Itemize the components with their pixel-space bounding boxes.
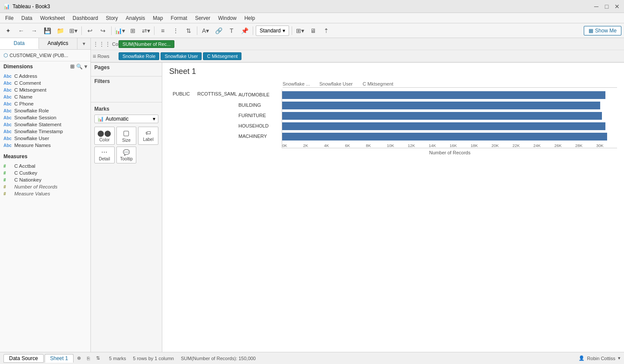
add-datasource-icon[interactable]: 📁 <box>55 25 66 36</box>
field-c-custkey[interactable]: # C Custkey <box>0 169 90 176</box>
sort-icon[interactable]: ⇅ <box>183 25 194 36</box>
field-type-icon: # <box>3 164 12 169</box>
add-sheet-icon[interactable]: ⊕ <box>74 354 83 363</box>
field-number-of-records[interactable]: # Number of Records <box>0 183 90 190</box>
field-c-mktsegment[interactable]: Abc C Mktsegment <box>0 86 90 93</box>
tab-analytics[interactable]: Analytics <box>39 38 78 49</box>
sort-sheets-icon[interactable]: ⇅ <box>93 354 102 363</box>
menu-window[interactable]: Window <box>215 14 240 22</box>
add-icon[interactable]: ▾ <box>84 64 87 70</box>
bars-list <box>282 89 617 142</box>
undo-button[interactable]: ↩ <box>84 25 96 36</box>
redo-button[interactable]: ↪ <box>97 25 109 36</box>
sidebar-options-icon[interactable]: ▾ <box>77 38 90 49</box>
field-snowflake-timestamp[interactable]: Abc Snowflake Timestamp <box>0 128 90 135</box>
search-icon[interactable]: 🔍 <box>76 64 83 70</box>
menu-map[interactable]: Map <box>149 14 166 22</box>
pages-filters-area: Pages Filters Marks 📊 Automatic ▾ ⬤⬤ <box>91 63 162 352</box>
seg-furn: FURNITURE <box>238 110 282 121</box>
field-type-icon: Abc <box>3 81 12 86</box>
filters-section: Filters <box>91 77 162 102</box>
chart-type-icon[interactable]: 📊▾ <box>114 25 125 36</box>
forward-button[interactable]: → <box>29 25 40 36</box>
cols-icon[interactable]: ⋮ <box>170 25 181 36</box>
menu-help[interactable]: Help <box>241 14 259 22</box>
columns-pill-0[interactable]: SUM(Number of Rec... <box>119 40 174 48</box>
rows-pill-0[interactable]: Snowflake Role <box>119 52 159 60</box>
tab-data-source[interactable]: Data Source <box>3 354 44 363</box>
marks-type-dropdown[interactable]: 📊 Automatic ▾ <box>94 115 158 123</box>
segment-labels: AUTOMOBILE BUILDING FURNITURE HOUSEHOLD … <box>238 89 282 141</box>
menu-file[interactable]: File <box>2 14 17 22</box>
tab-data[interactable]: Data <box>0 38 39 49</box>
data-source-name[interactable]: CUSTOMER_VIEW (PUB... <box>10 53 68 58</box>
pin-icon[interactable]: 📌 <box>239 25 250 36</box>
back-button[interactable]: ← <box>16 25 27 36</box>
rows-pill-1[interactable]: Snowflake User <box>161 52 202 60</box>
menu-format[interactable]: Format <box>167 14 191 22</box>
field-name: C Comment <box>14 80 41 86</box>
mark-size-btn[interactable]: ▢ Size <box>116 127 137 145</box>
rows-icon[interactable]: ≡ <box>157 25 168 36</box>
duplicate-sheet-icon[interactable]: ⎘ <box>84 354 93 363</box>
field-name: Snowflake Role <box>14 108 49 113</box>
x-tick-15: 30K <box>596 143 617 148</box>
menu-story[interactable]: Story <box>103 14 122 22</box>
mark-label-btn[interactable]: 🏷 Label <box>138 127 158 145</box>
field-snowflake-statement[interactable]: Abc Snowflake Statement <box>0 121 90 128</box>
minimize-button[interactable]: ─ <box>593 3 600 10</box>
close-button[interactable]: ✕ <box>614 3 621 10</box>
menu-dashboard[interactable]: Dashboard <box>69 14 102 22</box>
field-snowflake-role[interactable]: Abc Snowflake Role <box>0 107 90 114</box>
device-icon[interactable]: 🖥 <box>308 25 319 36</box>
mark-detail-btn[interactable]: ⋯ Detail <box>94 147 115 163</box>
field-snowflake-session[interactable]: Abc Snowflake Session <box>0 114 90 121</box>
rows-text: Rows <box>97 54 109 59</box>
swap-icon[interactable]: ⇄▾ <box>140 25 151 36</box>
text-icon[interactable]: T <box>226 25 237 36</box>
field-measure-values[interactable]: # Measure Values <box>0 190 90 197</box>
link-icon[interactable]: 🔗 <box>213 25 224 36</box>
field-name: C Acctbal <box>14 163 35 169</box>
datasource-dropdown-icon[interactable]: ⊞▾ <box>68 25 79 36</box>
field-measure-names[interactable]: Abc Measure Names <box>0 142 90 149</box>
dimensions-header-icons[interactable]: ⊞ 🔍 ▾ <box>70 64 87 70</box>
user-dropdown-arrow[interactable]: ▾ <box>618 355 621 361</box>
menu-server[interactable]: Server <box>192 14 214 22</box>
table-icon[interactable]: ⊞ <box>127 25 138 36</box>
menu-worksheet[interactable]: Worksheet <box>37 14 68 22</box>
toolbar: ✦ ← → 💾 📁 ⊞▾ ↩ ↪ 📊▾ ⊞ ⇄▾ ≡ ⋮ ⇅ A▾ 🔗 T 📌 … <box>0 23 624 38</box>
tab-sheet1[interactable]: Sheet 1 <box>45 354 74 363</box>
view-cards-icon[interactable]: ⊞▾ <box>295 25 306 36</box>
axis-label: Number of Records <box>283 150 617 155</box>
field-name: Snowflake Timestamp <box>14 129 63 134</box>
save-button[interactable]: 💾 <box>42 25 53 36</box>
color-circles-icon: ⬤⬤ <box>97 130 111 137</box>
chart-area: Sheet 1 Snowflake ... Snowflake User C M… <box>162 63 624 352</box>
field-c-comment[interactable]: Abc C Comment <box>0 80 90 86</box>
restore-button[interactable]: □ <box>603 3 610 10</box>
field-c-phone[interactable]: Abc C Phone <box>0 100 90 107</box>
mark-tooltip-btn[interactable]: 💬 Tooltip <box>116 147 137 163</box>
label-label: Label <box>143 137 153 142</box>
highlight-icon[interactable]: A▾ <box>200 25 211 36</box>
field-c-name[interactable]: Abc C Name <box>0 93 90 100</box>
menu-data[interactable]: Data <box>18 14 35 22</box>
share-icon[interactable]: ⇡ <box>321 25 332 36</box>
x-tick-5: 10K <box>387 143 408 148</box>
rows-pill-2[interactable]: C Mktsegment <box>203 52 241 60</box>
field-snowflake-user[interactable]: Abc Snowflake User <box>0 135 90 142</box>
new-worksheet-icon[interactable]: ✦ <box>3 25 14 36</box>
show-me-button[interactable]: ▦ Show Me <box>584 26 621 35</box>
standard-dropdown[interactable]: Standard ▾ <box>256 26 289 36</box>
field-c-acctbal[interactable]: # C Acctbal <box>0 163 90 169</box>
mark-color-btn[interactable]: ⬤⬤ Color <box>94 127 115 145</box>
field-c-address[interactable]: Abc C Address <box>0 73 90 80</box>
x-tick-12: 24K <box>534 143 554 148</box>
menu-analysis[interactable]: Analysis <box>122 14 149 22</box>
field-type-icon: Abc <box>3 143 12 148</box>
grid-icon[interactable]: ⊞ <box>70 64 74 70</box>
field-c-nationkey[interactable]: # C Nationkey <box>0 176 90 183</box>
bar-row-build <box>282 101 617 110</box>
column-row-shelf: ⋮⋮⋮ Columns SUM(Number of Rec... ≡ Rows … <box>91 38 624 63</box>
